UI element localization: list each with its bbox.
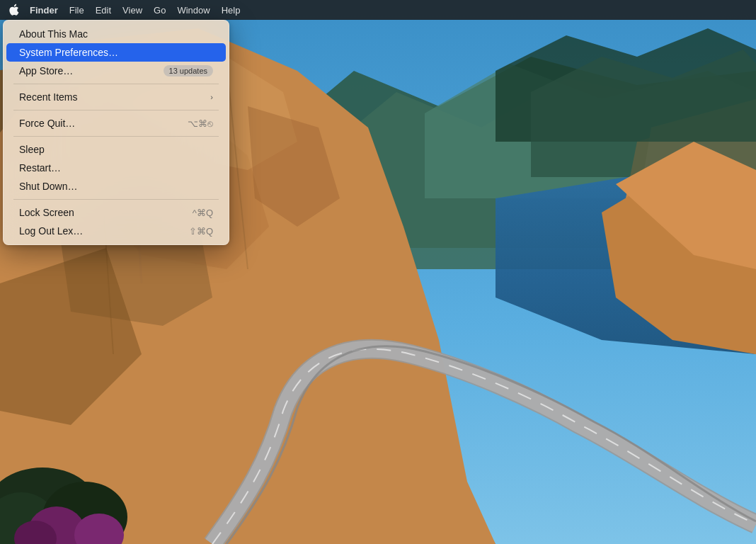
menu-item-restart[interactable]: Restart… — [6, 159, 226, 177]
force-quit-shortcut: ⌥⌘⎋ — [188, 118, 213, 129]
menu-item-force-quit-label: Force Quit… — [19, 118, 75, 129]
recent-items-submenu-arrow: › — [210, 93, 213, 101]
menu-item-lock-screen[interactable]: Lock Screen ^⌘Q — [6, 203, 226, 222]
menubar-view[interactable]: View — [117, 2, 148, 18]
menu-item-shutdown[interactable]: Shut Down… — [6, 177, 226, 196]
menu-separator-4 — [13, 199, 219, 200]
menu-item-logout[interactable]: Log Out Lex… ⇧⌘Q — [6, 222, 226, 240]
menubar-window[interactable]: Window — [171, 2, 215, 18]
menu-separator-1 — [13, 84, 219, 84]
menu-item-shutdown-label: Shut Down… — [19, 181, 77, 192]
menubar-help[interactable]: Help — [216, 2, 246, 18]
menubar-go[interactable]: Go — [148, 2, 171, 18]
menu-item-logout-label: Log Out Lex… — [19, 225, 83, 237]
menu-item-force-quit[interactable]: Force Quit… ⌥⌘⎋ — [6, 114, 226, 132]
menu-item-about[interactable]: About This Mac — [6, 25, 226, 43]
lock-screen-shortcut: ^⌘Q — [193, 208, 213, 218]
logout-shortcut: ⇧⌘Q — [189, 226, 213, 237]
menu-item-about-label: About This Mac — [19, 28, 88, 40]
menu-item-sleep[interactable]: Sleep — [6, 140, 226, 159]
menubar-edit[interactable]: Edit — [90, 2, 117, 18]
menu-item-recent-items-label: Recent Items — [19, 91, 77, 103]
app-store-badge: 13 updates — [164, 65, 213, 76]
menubar-finder[interactable]: Finder — [24, 2, 64, 18]
menu-item-system-prefs[interactable]: System Preferences… — [6, 43, 226, 62]
menu-item-restart-label: Restart… — [19, 162, 61, 174]
menu-item-lock-screen-label: Lock Screen — [19, 207, 74, 218]
menu-item-sleep-label: Sleep — [19, 144, 45, 155]
menu-separator-2 — [13, 110, 219, 110]
menubar: Finder File Edit View Go Window Help — [0, 0, 756, 20]
menu-item-app-store-label: App Store… — [19, 65, 73, 76]
menu-item-recent-items[interactable]: Recent Items › — [6, 88, 226, 106]
menu-item-app-store[interactable]: App Store… 13 updates — [6, 62, 226, 80]
apple-dropdown-menu: About This Mac System Preferences… App S… — [3, 20, 229, 245]
menubar-file[interactable]: File — [64, 2, 90, 18]
menu-item-system-prefs-label: System Preferences… — [19, 47, 118, 58]
apple-menu-button[interactable] — [6, 2, 21, 18]
menu-separator-3 — [13, 136, 219, 137]
